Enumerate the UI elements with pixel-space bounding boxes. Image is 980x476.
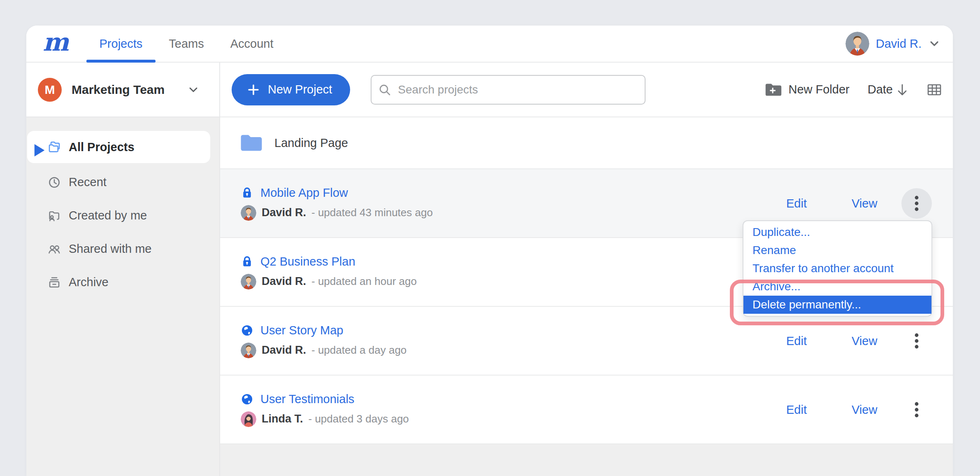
chevron-down-icon	[928, 37, 941, 50]
kebab-dots-icon	[914, 333, 919, 349]
project-title-link[interactable]: Q2 Business Plan	[260, 255, 355, 268]
more-options-button[interactable]	[901, 326, 932, 356]
project-owner: David R.	[262, 206, 306, 219]
owner-avatar	[241, 411, 256, 427]
miro-logo[interactable]: m	[43, 30, 69, 58]
sidebar: M Marketing Team All ProjectsRecentCreat…	[26, 63, 220, 476]
sidebar-item-label: Archive	[69, 275, 109, 289]
menu-item-duplicate[interactable]: Duplicate...	[743, 223, 931, 241]
edit-link[interactable]: Edit	[786, 403, 807, 416]
project-title-link[interactable]: Mobile App Flow	[260, 186, 348, 200]
more-options-button[interactable]	[901, 188, 932, 219]
sidebar-item-recent[interactable]: Recent	[26, 166, 219, 199]
top-nav: m ProjectsTeamsAccount David R.	[26, 26, 953, 63]
menu-item-transfer-to-another-account[interactable]: Transfer to another account	[743, 259, 931, 278]
folder-name: Landing Page	[274, 136, 348, 150]
sort-by-date-button[interactable]: Date	[868, 83, 908, 96]
new-project-button[interactable]: New Project	[232, 74, 350, 105]
user-avatar	[845, 32, 869, 56]
folders-icon	[47, 140, 61, 154]
globe-icon	[241, 324, 253, 337]
tab-account[interactable]: Account	[217, 26, 287, 62]
owner-avatar	[241, 274, 256, 289]
sidebar-item-shared-with-me[interactable]: Shared with me	[26, 232, 219, 266]
chevron-down-icon	[187, 84, 200, 96]
archive-icon	[47, 275, 61, 289]
user-folder-icon	[47, 209, 61, 223]
tab-projects[interactable]: Projects	[86, 26, 156, 62]
more-options-button[interactable]	[901, 394, 932, 425]
lock-icon	[241, 187, 253, 199]
project-owner: David R.	[262, 275, 306, 288]
project-updated: - updated 43 minutes ago	[311, 206, 433, 219]
user-menu[interactable]: David R.	[845, 32, 941, 56]
project-owner: David R.	[262, 344, 306, 357]
team-avatar: M	[38, 78, 62, 102]
folder-row[interactable]: Landing Page	[220, 117, 953, 169]
toolbar: New Project New Folder Date	[220, 63, 953, 117]
team-name: Marketing Team	[72, 83, 165, 97]
new-folder-icon	[765, 82, 782, 97]
project-updated: - updated 3 days ago	[309, 413, 409, 425]
list-footer	[220, 444, 953, 476]
grid-icon	[927, 83, 942, 97]
clock-icon	[47, 175, 61, 189]
project-title-link[interactable]: User Story Map	[260, 324, 343, 337]
project-owner: Linda T.	[262, 413, 303, 425]
tab-teams[interactable]: Teams	[156, 26, 217, 62]
arrow-down-icon	[896, 83, 908, 96]
team-switcher[interactable]: M Marketing Team	[26, 63, 219, 117]
search-box	[371, 75, 646, 105]
caret-right-icon	[33, 143, 39, 151]
kebab-dots-icon	[914, 401, 919, 418]
sidebar-item-label: All Projects	[69, 140, 135, 154]
search-icon	[378, 83, 391, 96]
edit-link[interactable]: Edit	[786, 196, 807, 210]
globe-icon	[241, 393, 253, 406]
menu-item-rename[interactable]: Rename	[743, 241, 931, 259]
folder-icon	[240, 133, 263, 152]
top-nav-tabs: ProjectsTeamsAccount	[86, 26, 287, 62]
edit-link[interactable]: Edit	[786, 334, 807, 348]
owner-avatar	[241, 343, 256, 358]
menu-item-delete-permanently[interactable]: Delete permanently...	[743, 296, 931, 314]
owner-avatar	[241, 205, 256, 221]
lock-icon	[241, 255, 253, 268]
sidebar-nav: All ProjectsRecentCreated by meShared wi…	[26, 117, 219, 476]
grid-view-button[interactable]	[927, 83, 942, 97]
new-folder-button[interactable]: New Folder	[765, 82, 849, 97]
view-link[interactable]: View	[852, 403, 877, 416]
sidebar-item-created-by-me[interactable]: Created by me	[26, 199, 219, 232]
user-name: David R.	[876, 37, 922, 51]
project-title-link[interactable]: User Testimonials	[260, 392, 354, 406]
sidebar-item-label: Shared with me	[69, 242, 152, 256]
project-updated: - updated a day ago	[311, 344, 406, 357]
search-input[interactable]	[371, 75, 646, 105]
context-menu: Duplicate...RenameTransfer to another ac…	[743, 220, 932, 317]
sidebar-item-all-projects[interactable]: All Projects	[27, 131, 210, 163]
sidebar-item-label: Recent	[69, 175, 107, 189]
view-link[interactable]: View	[852, 334, 877, 348]
users-icon	[47, 242, 61, 256]
project-updated: - updated an hour ago	[311, 275, 417, 288]
view-link[interactable]: View	[852, 196, 877, 210]
sidebar-item-label: Created by me	[69, 209, 147, 222]
menu-item-archive[interactable]: Archive...	[743, 278, 931, 296]
project-row: User TestimonialsLinda T.- updated 3 day…	[220, 376, 953, 444]
kebab-dots-icon	[914, 195, 919, 212]
plus-icon	[247, 84, 260, 96]
project-row: User Story MapDavid R.- updated a day ag…	[220, 307, 953, 376]
sidebar-item-archive[interactable]: Archive	[26, 266, 219, 299]
